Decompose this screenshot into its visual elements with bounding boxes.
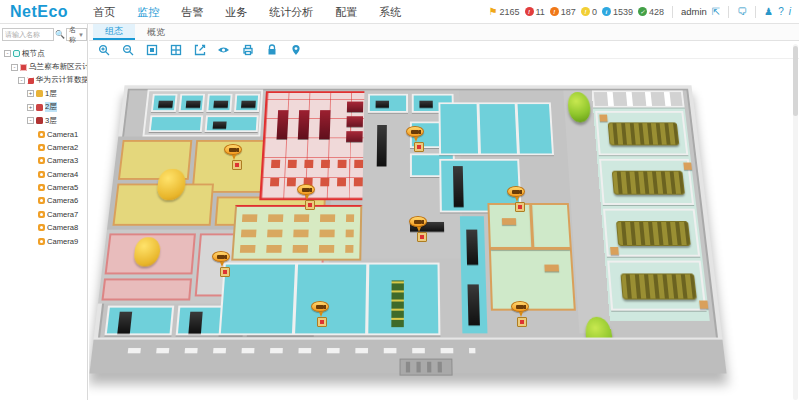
nav-config[interactable]: 配置	[324, 0, 368, 24]
tree-node-floor2[interactable]: + 2层	[2, 101, 87, 114]
tree-node-camera[interactable]: Camera4	[2, 168, 87, 181]
eye-icon[interactable]	[217, 43, 230, 56]
message-icon[interactable]: 🗨︎	[737, 7, 747, 17]
camera-balloon-icon	[297, 184, 315, 195]
alarm-bell-icon: ⚑	[489, 7, 498, 17]
floor-icon	[36, 117, 43, 124]
camera-marker[interactable]	[406, 126, 424, 137]
search-icon[interactable]: 🔍	[55, 30, 65, 39]
camera-marker[interactable]	[507, 186, 525, 197]
alarm-badge-cleared[interactable]: ✓ 428	[638, 7, 664, 17]
main-panel: 组态 概览	[89, 24, 799, 400]
expand-toggle-icon[interactable]: +	[27, 90, 34, 97]
room	[151, 94, 178, 112]
desk-row	[241, 230, 354, 238]
collapse-toggle-icon[interactable]: -	[27, 117, 34, 124]
locate-icon[interactable]	[289, 43, 302, 56]
chevron-down-icon: ▼	[78, 32, 84, 38]
tree-node-floor3[interactable]: - 3层	[2, 114, 87, 127]
tree-node-floor1[interactable]: + 1层	[2, 87, 87, 100]
camera-chip-icon	[414, 142, 424, 152]
nav-system[interactable]: 系统	[368, 0, 412, 24]
camera-marker[interactable]	[297, 184, 315, 195]
cleared-alarm-icon: ✓	[638, 7, 647, 16]
post	[416, 362, 420, 373]
halls-right-cyan	[438, 102, 554, 155]
fit-view-icon[interactable]	[145, 43, 158, 56]
post	[406, 362, 410, 373]
post	[438, 362, 442, 373]
alarm-badge-major[interactable]: ! 187	[550, 7, 576, 17]
tree-node-datacenter[interactable]: - 华为云计算数据中心	[2, 74, 87, 87]
view-tabbar: 组态 概览	[89, 24, 799, 41]
tree-node-camera[interactable]: Camera3	[2, 154, 87, 167]
info-icon[interactable]: i	[789, 7, 791, 17]
camera-marker[interactable]	[224, 144, 242, 155]
alarm-badge-total[interactable]: ⚑ 2165	[489, 7, 520, 17]
tab-config-view[interactable]: 组态	[93, 24, 135, 40]
alarmed-room-red	[259, 91, 376, 200]
nav-statistics[interactable]: 统计分析	[258, 0, 324, 24]
print-icon[interactable]	[241, 43, 254, 56]
rack	[319, 110, 331, 139]
generator-room	[595, 111, 688, 155]
warning-alarm-icon: i	[602, 7, 611, 16]
nav-alarm[interactable]: 告警	[170, 0, 214, 24]
export-icon[interactable]	[193, 43, 206, 56]
nav-service[interactable]: 业务	[214, 0, 258, 24]
lock-icon[interactable]	[265, 43, 278, 56]
search-type-dropdown[interactable]: 名称 ▼	[66, 28, 87, 41]
zoom-in-icon[interactable]	[97, 43, 110, 56]
pallet	[699, 301, 708, 309]
room	[592, 90, 685, 107]
partition-room-green	[487, 203, 575, 311]
nav-monitor[interactable]: 监控	[126, 0, 170, 24]
generator	[620, 273, 696, 299]
camera-marker[interactable]	[212, 251, 230, 262]
tab-overview[interactable]: 概览	[135, 24, 177, 40]
help-icon[interactable]: ?	[778, 7, 784, 17]
expand-toggle-icon[interactable]: +	[27, 104, 34, 111]
map-toolbar	[89, 41, 799, 59]
zoom-out-icon[interactable]	[121, 43, 134, 56]
search-input[interactable]	[2, 28, 54, 41]
username: admin	[681, 6, 707, 17]
camera-chip-icon	[232, 160, 242, 170]
camera-icon	[38, 211, 45, 218]
room	[368, 94, 408, 113]
vertical-scrollbar[interactable]	[793, 44, 798, 400]
alarm-badge-warning[interactable]: i 1539	[602, 7, 633, 17]
tree-node-root[interactable]: - 根节点	[2, 47, 87, 60]
logout-icon[interactable]: ⇱	[712, 7, 720, 17]
tree-node-camera[interactable]: Camera8	[2, 221, 87, 234]
room	[101, 278, 192, 300]
apron	[89, 338, 726, 374]
tree-node-camera[interactable]: Camera2	[2, 141, 87, 154]
camera-marker[interactable]	[511, 301, 529, 312]
camera-chip-icon	[517, 317, 527, 327]
scrollbar-thumb[interactable]	[793, 46, 798, 116]
collapse-toggle-icon[interactable]: -	[11, 64, 18, 71]
tree-node-site[interactable]: - 乌兰察布新区云计算	[2, 60, 87, 73]
camera-marker[interactable]	[409, 216, 427, 227]
rack	[466, 230, 478, 265]
full-view-icon[interactable]	[169, 43, 182, 56]
alarm-badge-critical[interactable]: ! 11	[525, 7, 545, 17]
nav-home[interactable]: 首页	[82, 0, 126, 24]
camera-marker[interactable]	[311, 301, 329, 312]
alarm-badge-minor[interactable]: ! 0	[581, 7, 597, 17]
neteco-app: NetEco 首页 监控 告警 业务 统计分析 配置 系统 ⚑ 2165 ! 1…	[0, 0, 799, 400]
tree-node-camera[interactable]: Camera1	[2, 127, 87, 140]
camera-balloon-icon	[311, 301, 329, 312]
collapse-toggle-icon[interactable]: -	[4, 50, 11, 57]
divider	[755, 6, 756, 18]
collapse-toggle-icon[interactable]: -	[18, 77, 25, 84]
tree-node-camera[interactable]: Camera6	[2, 194, 87, 207]
tree-node-camera[interactable]: Camera9	[2, 234, 87, 247]
floorplan-canvas[interactable]	[89, 60, 799, 400]
user-icon[interactable]: ♟	[764, 7, 773, 17]
rack	[346, 131, 363, 142]
tree-node-camera[interactable]: Camera5	[2, 181, 87, 194]
camera-balloon-icon	[406, 126, 424, 137]
tree-node-camera[interactable]: Camera7	[2, 208, 87, 221]
